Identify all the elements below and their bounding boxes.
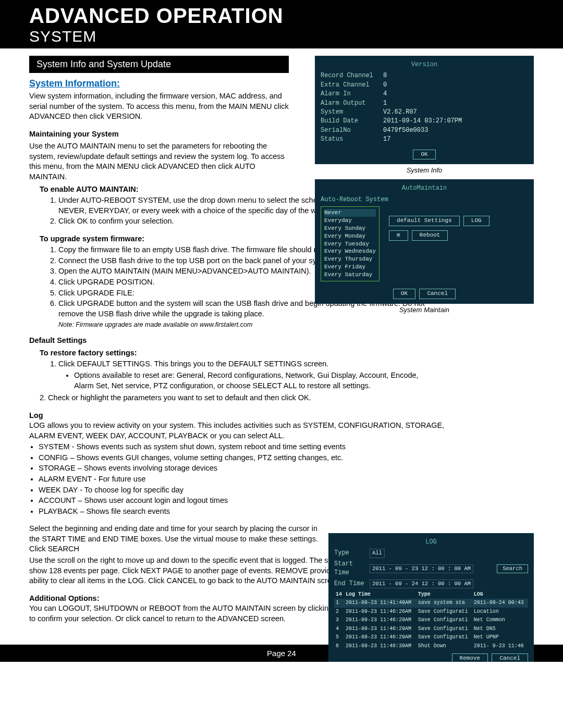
step: Click DEFAULT SETTINGS. This brings you … xyxy=(58,359,434,391)
log-cell: 2011-09-23 11:46:29AM xyxy=(344,616,417,625)
restore-steps: Click DEFAULT SETTINGS. This brings you … xyxy=(58,359,534,391)
log-bullet: WEEK DAY - To choose log for specific da… xyxy=(39,485,456,496)
log-cell: 2011-09-23 11:46:26AM xyxy=(344,608,417,616)
log-cell: 2011-09-23 11:46:29AM xyxy=(344,625,417,634)
log-type-select[interactable]: All xyxy=(370,549,385,558)
ok-button[interactable]: OK xyxy=(413,150,435,160)
version-row: Record Channel8 xyxy=(321,71,528,80)
log-cell: Save Configurati xyxy=(417,616,472,625)
ok-button[interactable]: OK xyxy=(393,289,415,299)
screenshot-title: Version xyxy=(321,60,528,69)
auto-reboot-label: Auto-Reboot System xyxy=(321,195,528,204)
log-scroll-text: Use the scroll on the right to move up a… xyxy=(29,556,363,586)
enable-auto-heading: To enable AUTO MAINTAIN: xyxy=(40,184,303,195)
section-title: System Info and System Update xyxy=(29,56,289,73)
sub-option: Options available to reset are: General,… xyxy=(74,371,434,391)
log-bullet: STORAGE – Shows events involving storage… xyxy=(39,463,456,474)
log-cell: 2011-09-23 11:46:29AM xyxy=(344,633,417,642)
version-value: 0479f50e0033 xyxy=(383,126,428,135)
page-number: Page 24 xyxy=(267,649,296,658)
log-row[interactable]: 22011-09-23 11:46:26AMSave ConfiguratiLo… xyxy=(334,608,528,616)
version-row: SerialNo0479f50e0033 xyxy=(321,126,528,135)
screenshot-title: LOG xyxy=(334,538,528,547)
log-cell: 2011- 9-23 11:46 xyxy=(472,642,528,651)
restore-step2: 2. Check or highlight the parameters you… xyxy=(40,393,457,403)
log-row[interactable]: 52011-09-23 11:46:29AMSave ConfiguratiNe… xyxy=(334,633,528,642)
log-cell: 2 xyxy=(334,608,344,616)
dropdown-option[interactable]: Every Monday xyxy=(324,232,376,240)
log-cell: 4 xyxy=(334,625,344,634)
col-type: Type xyxy=(417,590,472,599)
log-cell: Net DNS xyxy=(472,625,528,634)
log-intro: LOG allows you to review activity on you… xyxy=(29,421,446,441)
col-log: LOG xyxy=(472,590,528,599)
log-cell: save system sta xyxy=(417,599,472,608)
dropdown-option[interactable]: Everyday xyxy=(324,217,376,225)
cancel-button[interactable]: Cancel xyxy=(492,653,528,662)
version-row: Alarm Output1 xyxy=(321,99,528,108)
log-end-label: End Time xyxy=(334,579,366,588)
log-cell: Net UPNP xyxy=(472,633,528,642)
version-key: Alarm In xyxy=(321,90,383,98)
m-button[interactable]: m xyxy=(389,230,408,241)
log-cell: 3 xyxy=(334,616,344,625)
log-bullet: ALARM EVENT - For future use xyxy=(39,474,456,485)
log-start-input[interactable]: 2011 - 09 - 23 12 : 00 : 00 AM xyxy=(370,564,473,573)
default-settings-button[interactable]: default Settings xyxy=(389,216,460,226)
log-row[interactable]: 42011-09-23 11:46:29AMSave ConfiguratiNe… xyxy=(334,625,528,634)
log-cell: Save Configurati xyxy=(417,625,472,634)
log-cell: Location xyxy=(472,608,528,616)
system-information-text: View system information, including the f… xyxy=(29,91,292,122)
default-settings-heading: Default Settings xyxy=(29,336,292,346)
log-row[interactable]: 32011-09-23 11:46:29AMSave ConfiguratiNe… xyxy=(334,616,528,625)
system-maintain-caption: System Maintain xyxy=(315,306,534,314)
log-bullet: ACCOUNT – Shows user account login and l… xyxy=(39,496,456,506)
restore-heading: To restore factory settings: xyxy=(40,348,303,359)
version-value: 0 xyxy=(383,81,387,90)
log-cell: 2011-09-24 00:43 xyxy=(472,599,528,608)
log-end-input[interactable]: 2011 - 09 - 24 12 : 00 : 00 AM xyxy=(370,579,473,588)
cancel-button[interactable]: Cancel xyxy=(419,289,456,299)
log-table: 14 Log Time Type LOG 12011-09-23 11:41:4… xyxy=(334,590,528,651)
log-bullet: CONFIG – Shows events GUI changes, volum… xyxy=(39,453,456,463)
col-count: 14 xyxy=(334,590,344,599)
log-screenshot: LOG Type All Start Time 2011 - 09 - 23 1… xyxy=(328,533,534,662)
dropdown-option[interactable]: Every Sunday xyxy=(324,225,376,232)
dropdown-option[interactable]: Every Thursday xyxy=(324,255,376,263)
log-search-text: Select the beginning and ending date and… xyxy=(29,524,321,554)
dropdown-option[interactable]: Every Friday xyxy=(324,263,376,271)
additional-options-heading: Additional Options: xyxy=(29,594,292,604)
remove-button[interactable]: Remove xyxy=(452,653,488,662)
version-value: 1 xyxy=(383,99,387,108)
system-maintain-screenshot: AutoMaintain Auto-Reboot System NeverEve… xyxy=(315,179,534,303)
log-button[interactable]: LOG xyxy=(463,216,489,226)
version-key: Extra Channel xyxy=(321,81,383,90)
log-bullets: SYSTEM - Shows events such as system shu… xyxy=(39,442,456,516)
version-key: Record Channel xyxy=(321,71,383,80)
reboot-button[interactable]: Reboot xyxy=(412,230,448,241)
col-logtime: Log Time xyxy=(344,590,417,599)
version-row: Status17 xyxy=(321,135,528,144)
dropdown-option[interactable]: Every Tuesday xyxy=(324,240,376,248)
version-row: Alarm In4 xyxy=(321,90,528,98)
log-start-label: Start Time xyxy=(334,560,366,578)
log-bullet: PLAYBACK – Shows file search events xyxy=(39,507,456,517)
version-row: SystemV2.62.R07 xyxy=(321,108,528,117)
upgrade-note: Note: Firmware upgrades are made availab… xyxy=(58,321,534,328)
log-cell: Net Common xyxy=(472,616,528,625)
search-button[interactable]: Search xyxy=(497,564,528,573)
log-cell: Shut Down xyxy=(417,642,472,651)
version-value: 4 xyxy=(383,90,387,98)
version-value: 17 xyxy=(383,135,390,144)
page-subtitle: SYSTEM xyxy=(29,28,534,45)
log-cell: 2011-09-23 11:41:49AM xyxy=(344,599,417,608)
header-bar: ADVANCED OPERATION SYSTEM xyxy=(0,0,563,48)
maintaining-text: Use the AUTO MAINTAIN menu to set the pa… xyxy=(29,141,292,182)
auto-reboot-dropdown[interactable]: NeverEverydayEvery SundayEvery MondayEve… xyxy=(321,206,380,281)
log-row[interactable]: 12011-09-23 11:41:49AMsave system sta201… xyxy=(334,599,528,608)
dropdown-option[interactable]: Never xyxy=(324,209,376,217)
log-row[interactable]: 62011-09-23 11:48:39AMShut Down2011- 9-2… xyxy=(334,642,528,651)
dropdown-option[interactable]: Every Saturday xyxy=(324,271,376,279)
dropdown-option[interactable]: Every Wednesday xyxy=(324,248,376,255)
version-value: 2011-09-14 03:27:07PM xyxy=(383,117,462,126)
